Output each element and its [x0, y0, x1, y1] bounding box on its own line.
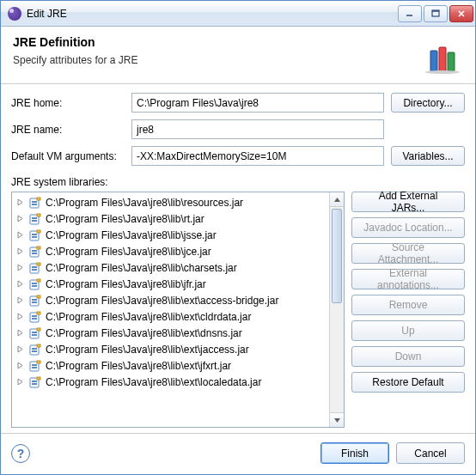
tree-item[interactable]: C:\Program Files\Java\jre8\lib\ext\jfxrt… — [12, 357, 329, 374]
svg-marker-19 — [18, 232, 22, 238]
variables-button[interactable]: Variables... — [391, 146, 465, 166]
remove-button[interactable]: Remove — [351, 295, 465, 315]
tree-item[interactable]: C:\Program Files\Java\jre8\lib\ext\local… — [12, 374, 329, 390]
expand-icon[interactable] — [15, 247, 25, 256]
scroll-thumb[interactable] — [332, 209, 342, 303]
svg-rect-16 — [32, 217, 37, 219]
tree-item[interactable]: C:\Program Files\Java\jre8\lib\ext\acces… — [12, 292, 329, 308]
svg-rect-36 — [32, 283, 37, 284]
tree-item[interactable]: C:\Program Files\Java\jre8\lib\charsets.… — [12, 259, 329, 276]
svg-rect-31 — [32, 266, 37, 268]
down-button[interactable]: Down — [351, 346, 465, 367]
expand-icon[interactable] — [15, 312, 25, 321]
svg-marker-34 — [18, 281, 22, 287]
external-annotations-button[interactable]: External annotations... — [351, 269, 465, 289]
restore-default-button[interactable]: Restore Default — [351, 372, 465, 393]
tree-item-label: C:\Program Files\Java\jre8\lib\ext\cldrd… — [46, 311, 251, 323]
tree-item[interactable]: C:\Program Files\Java\jre8\lib\jsse.jar — [12, 227, 329, 243]
header-subtitle: Specify attributes for a JRE — [13, 54, 422, 66]
tree-item[interactable]: C:\Program Files\Java\jre8\lib\rt.jar — [12, 210, 329, 227]
javadoc-location-button[interactable]: Javadoc Location... — [351, 217, 465, 238]
vm-args-input[interactable] — [131, 146, 384, 166]
jre-name-input[interactable] — [131, 119, 384, 139]
close-button[interactable] — [449, 5, 473, 22]
svg-rect-43 — [37, 295, 40, 298]
tree-item[interactable]: C:\Program Files\Java\jre8\lib\jce.jar — [12, 243, 329, 259]
expand-icon[interactable] — [15, 377, 25, 387]
jar-icon — [28, 343, 42, 356]
dialog-body: JRE home: Directory... JRE name: Default… — [1, 83, 475, 433]
expand-icon[interactable] — [15, 214, 25, 223]
svg-rect-68 — [37, 377, 40, 380]
jre-home-input[interactable] — [131, 93, 384, 113]
svg-rect-62 — [32, 367, 37, 368]
finish-button[interactable]: Finish — [320, 442, 389, 464]
expand-icon[interactable] — [15, 344, 25, 354]
svg-marker-29 — [18, 265, 22, 271]
directory-button[interactable]: Directory... — [391, 93, 465, 113]
tree-item[interactable]: C:\Program Files\Java\jre8\lib\ext\dnsns… — [12, 325, 329, 341]
svg-rect-47 — [32, 318, 37, 320]
expand-icon[interactable] — [15, 328, 25, 338]
svg-rect-56 — [32, 348, 37, 350]
jar-icon — [28, 277, 42, 291]
svg-rect-53 — [37, 328, 40, 331]
jar-icon — [28, 375, 42, 389]
add-external-jars-button[interactable]: Add External JARs... — [351, 192, 465, 212]
tree-item-label: C:\Program Files\Java\jre8\lib\jfr.jar — [46, 278, 206, 290]
svg-marker-14 — [18, 216, 22, 222]
titlebar[interactable]: Edit JRE — [1, 1, 475, 27]
window-title: Edit JRE — [27, 8, 398, 20]
maximize-button[interactable] — [424, 5, 448, 22]
jar-icon — [28, 212, 42, 226]
svg-marker-44 — [18, 314, 22, 320]
svg-marker-59 — [18, 362, 22, 368]
tree-item-label: C:\Program Files\Java\jre8\lib\jce.jar — [46, 246, 211, 258]
cancel-button[interactable]: Cancel — [396, 442, 465, 464]
svg-rect-52 — [32, 334, 37, 336]
dialog-footer: ? Finish Cancel — [1, 433, 475, 474]
jar-icon — [28, 245, 42, 259]
tree-item[interactable]: C:\Program Files\Java\jre8\lib\jfr.jar — [12, 276, 329, 292]
tree-item-label: C:\Program Files\Java\jre8\lib\jsse.jar — [46, 229, 217, 241]
expand-icon[interactable] — [15, 230, 25, 240]
expand-icon[interactable] — [15, 263, 25, 272]
expand-icon[interactable] — [15, 361, 25, 370]
svg-marker-24 — [18, 248, 22, 254]
help-icon[interactable]: ? — [11, 444, 30, 463]
svg-rect-22 — [32, 236, 37, 238]
svg-rect-5 — [430, 51, 437, 71]
svg-rect-66 — [32, 381, 37, 382]
svg-rect-67 — [32, 383, 37, 385]
minimize-button[interactable] — [398, 5, 422, 22]
dialog-window: Edit JRE JRE Definition Specify attribut… — [0, 0, 476, 475]
expand-icon[interactable] — [15, 198, 25, 207]
svg-marker-9 — [18, 199, 22, 205]
scroll-up-button[interactable] — [330, 192, 344, 207]
tree-item[interactable]: C:\Program Files\Java\jre8\lib\ext\jacce… — [12, 341, 329, 357]
tree-item-label: C:\Program Files\Java\jre8\lib\charsets.… — [46, 262, 237, 274]
up-button[interactable]: Up — [351, 320, 465, 341]
tree-item[interactable]: C:\Program Files\Java\jre8\lib\ext\cldrd… — [12, 308, 329, 325]
svg-rect-48 — [37, 312, 40, 314]
svg-marker-49 — [18, 330, 22, 336]
jar-icon — [28, 228, 42, 242]
svg-rect-6 — [439, 47, 446, 71]
tree-item[interactable]: C:\Program Files\Java\jre8\lib\resources… — [12, 194, 329, 210]
tree-item-label: C:\Program Files\Java\jre8\lib\ext\jfxrt… — [46, 360, 231, 372]
source-attachment-button[interactable]: Source Attachment... — [351, 243, 465, 264]
svg-rect-63 — [37, 361, 40, 363]
scrollbar[interactable] — [329, 192, 344, 427]
syslib-label: JRE system libraries: — [11, 176, 465, 188]
vm-args-label: Default VM arguments: — [11, 150, 125, 162]
expand-icon[interactable] — [15, 295, 25, 305]
svg-rect-21 — [32, 234, 37, 235]
svg-rect-33 — [37, 263, 40, 265]
svg-rect-11 — [32, 201, 37, 203]
syslib-tree[interactable]: C:\Program Files\Java\jre8\lib\resources… — [11, 192, 345, 428]
svg-point-8 — [425, 70, 460, 74]
expand-icon[interactable] — [15, 279, 25, 289]
jar-icon — [28, 310, 42, 324]
scroll-down-button[interactable] — [330, 412, 344, 427]
scroll-track[interactable] — [330, 207, 344, 412]
